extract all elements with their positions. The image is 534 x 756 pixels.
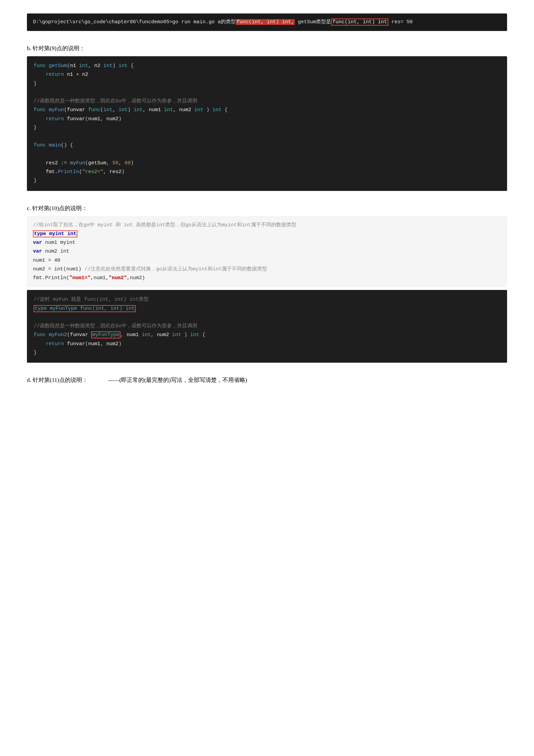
section-b-label: b. 针对第(9)点的说明：: [27, 44, 507, 52]
section-c: c. 针对第(10)点的说明： //给int取了别名，在go中 myint 和 …: [27, 204, 507, 363]
section-b: b. 针对第(9)点的说明： func getSum(n1 int, n2 in…: [27, 44, 507, 191]
page-wrapper: D:\goproject\src\go_code\chapter06\funcd…: [27, 13, 507, 388]
code-block-c2: //这时 myFun 就是 func(int, int) int类型 type …: [27, 290, 507, 363]
section-terminal: D:\goproject\src\go_code\chapter06\funcd…: [27, 13, 507, 31]
highlight-func-type-2: func(int, int) int: [331, 19, 388, 26]
section-d-label: d. 针对第(11)点的说明：: [27, 376, 88, 384]
type-myint-box: type myint int: [33, 230, 77, 237]
highlight-func-type-1: func(int, int) int,: [236, 19, 295, 25]
section-d: d. 针对第(11)点的说明： ——(即正常的(最完整的)写法，全部写清楚，不用…: [27, 376, 507, 388]
section-d-note: ——(即正常的(最完整的)写法，全部写清楚，不用省略): [108, 376, 247, 384]
code-block-c1: //给int取了别名，在go中 myint 和 int 虽然都是int类型，但g…: [27, 216, 507, 288]
code-block-b: func getSum(n1 int, n2 int) int { return…: [27, 56, 507, 191]
section-c-label: c. 针对第(10)点的说明：: [27, 204, 507, 212]
section-d-row: d. 针对第(11)点的说明： ——(即正常的(最完整的)写法，全部写清楚，不用…: [27, 376, 507, 388]
terminal-output: D:\goproject\src\go_code\chapter06\funcd…: [27, 13, 507, 31]
myfuntype-highlight: myFunType: [91, 331, 120, 338]
type-myfuntype-box: type myFunType func(int, int) int: [34, 305, 136, 312]
